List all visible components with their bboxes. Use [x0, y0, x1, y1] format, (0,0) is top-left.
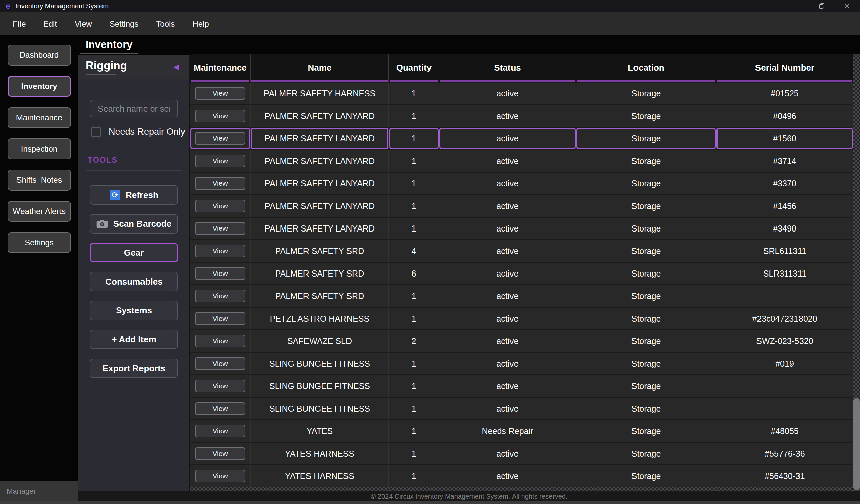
- table-row[interactable]: ViewSLING BUNGEE FITNESS1activeStorage: [190, 375, 853, 397]
- table-row[interactable]: ViewPALMER SAFETY LANYARD1activeStorage#…: [190, 105, 853, 127]
- status-cell: Needs Repair: [439, 420, 576, 442]
- close-icon[interactable]: [834, 0, 860, 12]
- restore-icon[interactable]: [809, 0, 834, 12]
- menu-item-edit[interactable]: Edit: [34, 16, 66, 32]
- name-cell: PALMER SAFETY LANYARD: [251, 105, 389, 127]
- location-cell: Storage: [576, 128, 717, 149]
- view-button[interactable]: View: [195, 290, 245, 302]
- vertical-scrollbar[interactable]: [853, 54, 860, 491]
- name-cell: PALMER SAFETY HARNESS: [251, 83, 389, 104]
- menu-item-view[interactable]: View: [66, 16, 101, 32]
- serial-cell: #1456: [717, 195, 853, 217]
- table-row[interactable]: ViewPALMER SAFETY LANYARD1activeStorage#…: [190, 218, 853, 239]
- content-area: Inventory Rigging ◀ Needs Repair Only TO…: [78, 35, 860, 504]
- view-button[interactable]: View: [195, 425, 245, 437]
- refresh-icon: ⟳: [110, 189, 120, 200]
- view-button[interactable]: View: [195, 222, 245, 235]
- refresh-button[interactable]: ⟳Refresh: [90, 185, 178, 205]
- view-button[interactable]: View: [195, 132, 245, 145]
- table-row[interactable]: ViewPALMER SAFETY LANYARD1activeStorage#…: [190, 128, 853, 149]
- sidebar-item-inspection[interactable]: Inspection: [8, 139, 71, 159]
- table-body: ViewPALMER SAFETY HARNESS1activeStorage#…: [190, 83, 853, 488]
- sidebar-item-maintenance[interactable]: Maintenance: [8, 107, 71, 128]
- needs-repair-filter[interactable]: Needs Repair Only: [91, 127, 185, 137]
- view-button[interactable]: View: [195, 155, 245, 167]
- sidebar-nav: DashboardInventoryMaintenanceInspectionS…: [0, 45, 78, 253]
- view-button[interactable]: View: [195, 245, 245, 257]
- search-input[interactable]: [90, 100, 178, 117]
- view-button[interactable]: View: [195, 267, 245, 280]
- systems-button[interactable]: Systems: [90, 301, 178, 320]
- table-row[interactable]: ViewPALMER SAFETY LANYARD1activeStorage#…: [190, 195, 853, 217]
- collapse-panel-icon[interactable]: ◀: [173, 62, 179, 71]
- horizontal-scrollbar[interactable]: [190, 487, 853, 491]
- name-cell: PALMER SAFETY SRD: [251, 240, 389, 262]
- table-row[interactable]: ViewPALMER SAFETY SRD6activeStorageSLR31…: [190, 263, 853, 284]
- serial-cell: #3490: [717, 218, 853, 239]
- menu-item-settings[interactable]: Settings: [101, 16, 147, 32]
- quantity-cell: 1: [389, 375, 439, 397]
- view-button[interactable]: View: [195, 110, 245, 122]
- vertical-scrollbar-thumb[interactable]: [853, 399, 860, 490]
- minimize-icon[interactable]: [783, 0, 809, 12]
- quantity-cell: 2: [389, 330, 439, 352]
- location-cell: Storage: [576, 330, 717, 352]
- menu-item-file[interactable]: File: [4, 16, 34, 32]
- sidebar-item-dashboard[interactable]: Dashboard: [8, 45, 71, 66]
- view-button[interactable]: View: [195, 312, 245, 325]
- view-button[interactable]: View: [195, 380, 245, 392]
- needs-repair-checkbox[interactable]: [91, 127, 101, 137]
- sidebar-item-settings[interactable]: Settings: [8, 232, 71, 253]
- export-reports-button[interactable]: Export Reports: [90, 359, 178, 378]
- table-row[interactable]: ViewYATES1Needs RepairStorage#48055: [190, 420, 853, 442]
- sidebar-item-inventory[interactable]: Inventory: [8, 76, 71, 97]
- footer: © 2024 Circux Inventory Management Syste…: [78, 491, 860, 501]
- table-row[interactable]: ViewPETZL ASTRO HARNESS1activeStorage#23…: [190, 308, 853, 329]
- location-cell: Storage: [576, 285, 717, 307]
- sidebar-item-weather-alerts[interactable]: Weather Alerts: [8, 201, 71, 222]
- table-row[interactable]: ViewSAFEWAZE SLD2activeStorageSWZ-023-53…: [190, 330, 853, 352]
- table-row[interactable]: ViewPALMER SAFETY SRD1activeStorage: [190, 285, 853, 307]
- quantity-cell: 1: [389, 195, 439, 217]
- needs-repair-label: Needs Repair Only: [109, 127, 185, 137]
- table-row[interactable]: ViewPALMER SAFETY HARNESS1activeStorage#…: [190, 83, 853, 104]
- add-item-button[interactable]: + Add Item: [90, 330, 178, 349]
- status-cell: active: [439, 240, 576, 262]
- table-row[interactable]: ViewPALMER SAFETY LANYARD1activeStorage#…: [190, 173, 853, 194]
- name-cell: PETZL ASTRO HARNESS: [251, 308, 389, 329]
- serial-cell: #1560: [717, 128, 853, 149]
- view-button[interactable]: View: [195, 357, 245, 370]
- menu-item-help[interactable]: Help: [184, 16, 217, 32]
- quantity-cell: 1: [389, 443, 439, 464]
- add-item-label: + Add Item: [112, 334, 156, 345]
- table-row[interactable]: ViewSLING BUNGEE FITNESS1activeStorage: [190, 398, 853, 419]
- table-row[interactable]: ViewPALMER SAFETY SRD4activeStorageSRL61…: [190, 240, 853, 262]
- quantity-cell: 1: [389, 105, 439, 127]
- tools-buttons: ⟳RefreshScan BarcodeGearConsumablesSyste…: [90, 185, 178, 378]
- view-button[interactable]: View: [195, 200, 245, 212]
- status-cell: active: [439, 128, 576, 149]
- name-cell: SAFEWAZE SLD: [251, 330, 389, 352]
- view-button[interactable]: View: [195, 447, 245, 460]
- status-cell: active: [439, 150, 576, 172]
- view-button[interactable]: View: [195, 470, 245, 483]
- table-row[interactable]: ViewYATES HARNESS1activeStorage#55776-36: [190, 443, 853, 464]
- sidebar-item-shifts-notes[interactable]: Shifts Notes: [8, 170, 71, 190]
- table-row[interactable]: ViewSLING BUNGEE FITNESS1activeStorage#0…: [190, 353, 853, 374]
- consumables-button[interactable]: Consumables: [90, 272, 178, 291]
- quantity-cell: 1: [389, 308, 439, 329]
- menu-item-tools[interactable]: Tools: [147, 16, 184, 32]
- table-row[interactable]: ViewPALMER SAFETY LANYARD1activeStorage#…: [190, 150, 853, 172]
- view-button[interactable]: View: [195, 402, 245, 415]
- view-button[interactable]: View: [195, 335, 245, 347]
- table-header: MaintenanceNameQuantityStatusLocationSer…: [190, 54, 853, 82]
- view-button[interactable]: View: [195, 177, 245, 190]
- table-row[interactable]: ViewYATES HARNESS1activeStorage#56430-31: [190, 465, 853, 487]
- location-cell: Storage: [576, 308, 717, 329]
- scan-barcode-button[interactable]: Scan Barcode: [90, 214, 178, 233]
- gear-button[interactable]: Gear: [90, 243, 178, 262]
- quantity-cell: 1: [389, 285, 439, 307]
- menu-bar: FileEditViewSettingsToolsHelp: [0, 12, 860, 35]
- location-cell: Storage: [576, 420, 717, 442]
- view-button[interactable]: View: [195, 87, 245, 100]
